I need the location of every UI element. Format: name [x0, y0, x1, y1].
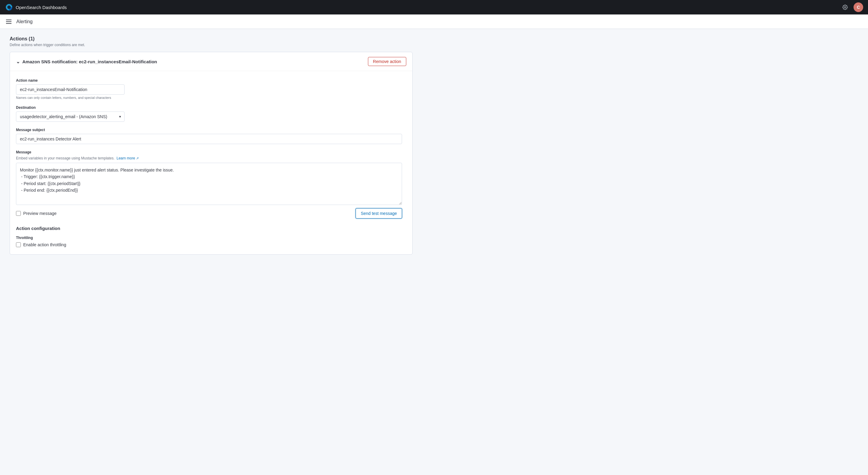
nav-left: OpenSearch Dashboards: [5, 3, 67, 11]
preview-message-label[interactable]: Preview message: [23, 211, 57, 216]
action-config-section: Action configuration Throttling Enable a…: [16, 226, 406, 247]
enable-throttling-row: Enable action throttling: [16, 242, 406, 247]
action-card-title-group: ⌄ Amazon SNS notification: ec2-run_insta…: [16, 59, 157, 65]
action-name-label: Action name: [16, 78, 406, 82]
hamburger-line-2: [6, 22, 11, 22]
action-config-title: Action configuration: [16, 226, 406, 231]
message-subject-group: Message subject: [16, 128, 406, 144]
message-group: Message Embed variables in your message …: [16, 150, 406, 218]
actions-section-header: Actions (1) Define actions when trigger …: [10, 36, 412, 47]
user-avatar[interactable]: C: [854, 2, 863, 12]
main-content: Actions (1) Define actions when trigger …: [0, 29, 422, 262]
hamburger-line-3: [6, 23, 11, 24]
destination-label: Destination: [16, 105, 406, 110]
opensearch-logo: OpenSearch Dashboards: [5, 3, 67, 11]
chevron-down-icon: ⌄: [16, 59, 20, 65]
learn-more-text: Learn more: [117, 156, 135, 160]
message-textarea[interactable]: Monitor {{ctx.monitor.name}} just entere…: [16, 163, 402, 205]
external-link-icon: ↗: [136, 157, 139, 160]
hamburger-line-1: [6, 20, 11, 20]
learn-more-link[interactable]: Learn more ↗: [117, 156, 139, 160]
action-card-title-text: Amazon SNS notification: ec2-run_instanc…: [22, 59, 157, 64]
action-card: ⌄ Amazon SNS notification: ec2-run_insta…: [10, 52, 412, 255]
actions-section-subtitle: Define actions when trigger conditions a…: [10, 43, 412, 47]
enable-throttling-label[interactable]: Enable action throttling: [23, 242, 66, 247]
svg-point-1: [844, 7, 846, 8]
message-bottom-row: Preview message Send test message: [16, 208, 402, 218]
destination-select[interactable]: usagedetector_alerting_email - (Amazon S…: [16, 111, 125, 122]
logo-text: OpenSearch Dashboards: [16, 5, 67, 10]
send-test-message-button[interactable]: Send test message: [355, 208, 402, 218]
actions-section-title: Actions (1): [10, 36, 412, 42]
secondary-nav: Alerting: [0, 14, 868, 29]
gear-icon: [842, 4, 848, 10]
action-name-input[interactable]: [16, 84, 125, 95]
destination-group: Destination usagedetector_alerting_email…: [16, 105, 406, 122]
action-form-body: Action name Names can only contain lette…: [10, 71, 412, 255]
message-hint-text: Embed variables in your message using Mu…: [16, 156, 115, 160]
preview-checkbox-row: Preview message: [16, 211, 57, 216]
action-name-hint: Names can only contain letters, numbers,…: [16, 96, 406, 99]
hamburger-menu-button[interactable]: [5, 19, 13, 25]
top-nav: OpenSearch Dashboards C: [0, 0, 868, 14]
settings-icon-button[interactable]: [840, 2, 850, 12]
action-card-header: ⌄ Amazon SNS notification: ec2-run_insta…: [10, 52, 412, 71]
remove-action-button[interactable]: Remove action: [368, 57, 406, 66]
action-name-group: Action name Names can only contain lette…: [16, 78, 406, 99]
throttling-label: Throttling: [16, 236, 406, 240]
nav-right: C: [840, 2, 863, 12]
enable-throttling-checkbox[interactable]: [16, 242, 21, 247]
message-hint: Embed variables in your message using Mu…: [16, 156, 406, 160]
logo-svg-icon: [5, 3, 13, 11]
destination-select-wrapper: usagedetector_alerting_email - (Amazon S…: [16, 111, 125, 122]
message-subject-input[interactable]: [16, 134, 402, 144]
preview-message-checkbox[interactable]: [16, 211, 21, 216]
page-title: Alerting: [16, 19, 33, 25]
message-label-row: Message: [16, 150, 406, 154]
message-label: Message: [16, 150, 406, 154]
message-subject-label: Message subject: [16, 128, 406, 132]
